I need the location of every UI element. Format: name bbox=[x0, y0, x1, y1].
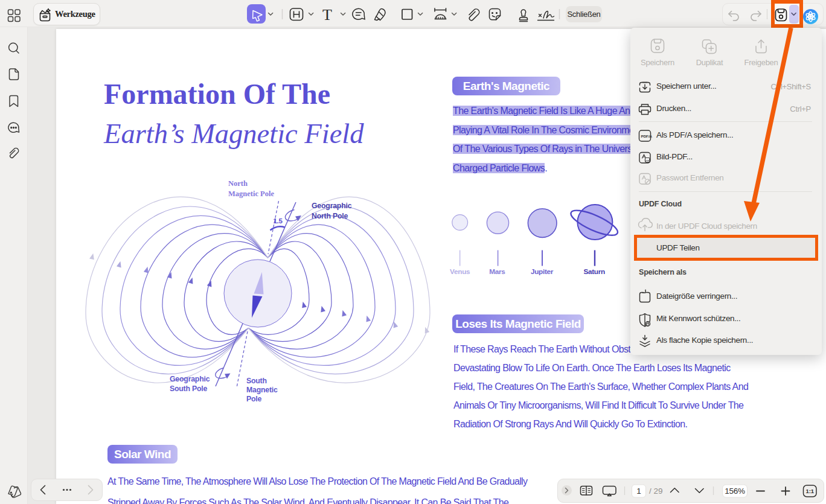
svg-text:Saturn: Saturn bbox=[583, 267, 605, 276]
svg-text:1: 1 bbox=[636, 486, 641, 496]
svg-text:Mars: Mars bbox=[489, 267, 505, 276]
svg-text:Geographic: Geographic bbox=[312, 202, 352, 210]
svg-text:Venus: Venus bbox=[450, 267, 470, 276]
svg-text:Pole: Pole bbox=[246, 395, 262, 403]
svg-text:Magnetic Pole: Magnetic Pole bbox=[228, 190, 274, 198]
svg-text:Jupiter: Jupiter bbox=[531, 267, 554, 276]
svg-text:/ 29: / 29 bbox=[649, 486, 663, 496]
svg-text:1:1: 1:1 bbox=[805, 488, 814, 494]
svg-text:156%: 156% bbox=[725, 486, 745, 496]
svg-text:South Pole: South Pole bbox=[170, 384, 208, 393]
svg-text:T: T bbox=[322, 6, 332, 24]
svg-text:1.5: 1.5 bbox=[274, 217, 283, 225]
svg-text:North Pole: North Pole bbox=[312, 212, 348, 220]
svg-text:PDF/A: PDF/A bbox=[641, 134, 653, 138]
svg-text:South: South bbox=[246, 377, 267, 385]
svg-text:Magnetic: Magnetic bbox=[246, 386, 278, 394]
svg-text:North: North bbox=[228, 179, 248, 188]
svg-text:Geographic: Geographic bbox=[170, 375, 210, 383]
